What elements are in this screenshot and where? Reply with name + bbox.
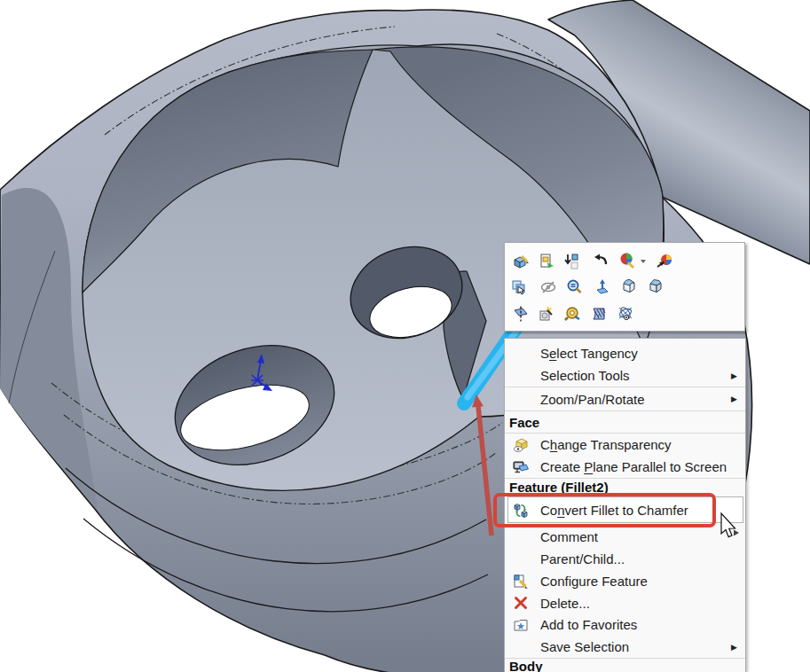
menu-item-label: Delete... — [540, 596, 745, 611]
icon-spacer — [512, 390, 530, 408]
annotation-highlight-box — [493, 493, 716, 527]
icon-spacer — [512, 638, 530, 656]
svg-text:★: ★ — [516, 620, 525, 630]
menu-section-face: Face — [505, 411, 745, 433]
configure-feature-icon — [512, 573, 530, 590]
favorites-icon: ★ — [512, 616, 530, 634]
menu-item-label: Create Plane Parallel to Screen — [540, 459, 745, 474]
measure-icon[interactable] — [563, 305, 581, 323]
menu-item-save-selection[interactable]: Save Selection ▶ — [505, 636, 745, 658]
section-hatch-icon[interactable] — [590, 305, 608, 323]
select-other-icon[interactable] — [510, 278, 528, 296]
shortcut-toolbar-popup — [504, 242, 745, 332]
menu-item-label: Add to Favorites — [540, 617, 745, 632]
icon-spacer — [512, 345, 530, 363]
menu-section-body: Body — [505, 659, 745, 672]
zoom-to-selection-icon[interactable] — [565, 278, 583, 296]
menu-item-comment[interactable]: Comment — [505, 526, 745, 548]
menu-item-change-transparency[interactable]: Change Transparency — [505, 434, 745, 456]
menu-item-label: Zoom/Pan/Rotate — [540, 392, 731, 407]
view-orientation-icon[interactable] — [617, 305, 634, 323]
delete-icon — [512, 594, 530, 612]
fillet-preview-icon[interactable] — [620, 277, 638, 294]
plane-parallel-icon — [512, 458, 530, 476]
normal-to-icon[interactable] — [594, 278, 611, 296]
menu-item-add-to-favorites[interactable]: ★ Add to Favorites — [505, 613, 745, 636]
menu-item-configure-feature[interactable]: Configure Feature — [505, 570, 745, 592]
menu-item-delete[interactable]: Delete... — [505, 592, 745, 613]
icon-spacer — [512, 367, 530, 385]
menu-item-label: Change Transparency — [540, 437, 745, 452]
isolate-icon[interactable] — [537, 305, 554, 323]
insert-into-new-part-icon[interactable] — [538, 253, 555, 270]
menu-item-label: Configure Feature — [540, 574, 745, 589]
menu-item-selection-tools[interactable]: Selection Tools ▶ — [505, 364, 745, 387]
menu-item-select-tangency[interactable]: Select Tangency — [505, 342, 745, 364]
submenu-arrow-icon: ▶ — [731, 643, 737, 652]
edit-feature-icon[interactable] — [512, 253, 530, 270]
chamfer-preview-icon[interactable] — [647, 277, 665, 294]
menu-item-label: Comment — [540, 529, 745, 544]
menu-item-label: Select Tangency — [540, 346, 745, 361]
transparency-icon — [512, 436, 530, 454]
submenu-arrow-icon: ▶ — [731, 395, 737, 403]
hide-icon[interactable] — [539, 278, 557, 296]
section-view-icon[interactable] — [512, 305, 530, 323]
edit-appearance-icon[interactable] — [618, 252, 636, 270]
suppress-icon[interactable] — [562, 253, 580, 270]
menu-item-parent-child[interactable]: Parent/Child... — [505, 548, 745, 570]
application-viewport: Select Tangency Selection Tools ▶ Zoom/P… — [0, 0, 810, 672]
appearance-callout-icon[interactable] — [656, 252, 673, 270]
menu-item-label: Selection Tools — [540, 368, 731, 383]
menu-item-label: Save Selection — [540, 639, 731, 654]
menu-item-create-plane-parallel[interactable]: Create Plane Parallel to Screen — [505, 456, 745, 478]
undo-icon[interactable] — [592, 253, 609, 270]
icon-spacer — [512, 528, 530, 546]
menu-item-zoom-pan-rotate[interactable]: Zoom/Pan/Rotate ▶ — [505, 387, 745, 410]
submenu-arrow-icon: ▶ — [731, 371, 737, 380]
appearance-dropdown-caret-icon[interactable] — [640, 257, 647, 275]
icon-spacer — [512, 551, 530, 568]
menu-item-label: Parent/Child... — [540, 551, 745, 567]
